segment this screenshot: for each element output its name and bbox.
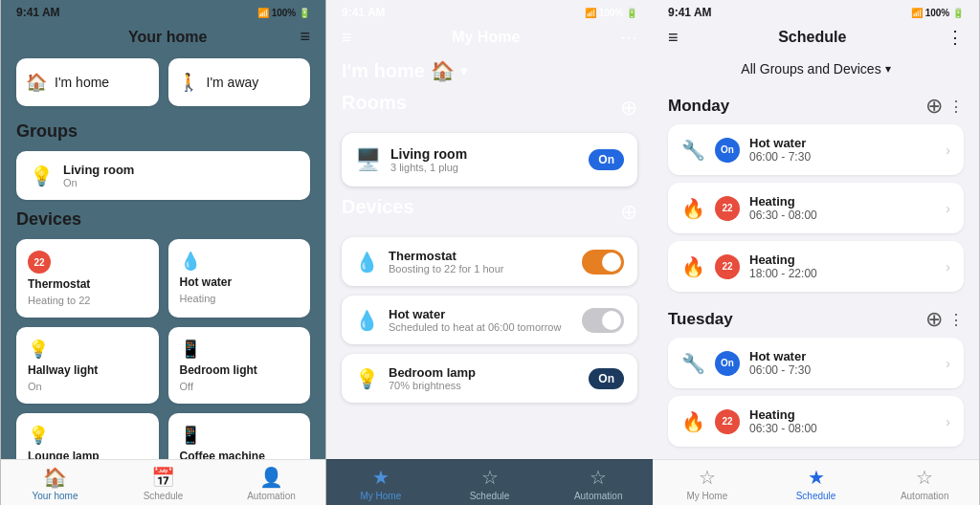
room-sub: 3 lights, 1 plug xyxy=(390,162,467,173)
status-bar-2: 9:41 AM 📶 100% 🔋 xyxy=(326,0,653,21)
lounge-lamp-name: Lounge lamp xyxy=(28,450,147,459)
sched-heating-tue[interactable]: 🔥 22 Heating 06:30 - 08:00 › xyxy=(668,396,964,447)
filter-label: All Groups and Devices xyxy=(741,61,880,77)
top-nav-1: Your home ≡ xyxy=(1,21,325,55)
star-icon-automation-2: ☆ xyxy=(590,466,607,489)
hot-water-toggle[interactable] xyxy=(582,308,624,333)
device-lounge-lamp[interactable]: 💡 Lounge lamp Off xyxy=(16,413,159,459)
monday-header: Monday ⊕ ⋮ xyxy=(668,86,964,124)
im-away-button[interactable]: 🚶 I'm away xyxy=(168,58,311,106)
hot-water-icon-2: 💧 xyxy=(355,309,379,332)
hamburger-icon-3[interactable]: ≡ xyxy=(668,28,679,48)
sched-hot-water-mon[interactable]: 🔧 On Hot water 06:00 - 7:30 › xyxy=(668,124,964,175)
tab-automation-1[interactable]: 👤 Automation xyxy=(217,466,325,501)
schedule-tab-label-3: Schedule xyxy=(796,491,836,501)
thermostat-toggle[interactable] xyxy=(582,250,624,274)
hallway-light-name: Hallway light xyxy=(28,363,147,377)
thermostat-icon-2: 💧 xyxy=(355,251,379,274)
flame-icon-2: 🔥 xyxy=(681,255,705,278)
panel2-scroll: Rooms ⊕ 🖥️ Living room 3 lights, 1 plug … xyxy=(326,92,653,459)
tab-my-home-3[interactable]: ☆ My Home xyxy=(653,466,762,501)
device-row-hot-water[interactable]: 💧 Hot water Scheduled to heat at 06:00 t… xyxy=(342,296,637,344)
flame-icon-1: 🔥 xyxy=(681,197,705,220)
filter-button[interactable]: All Groups and Devices ▾ xyxy=(741,61,890,77)
add-device-button[interactable]: ⊕ xyxy=(620,200,637,225)
automation-tab-icon-1: 👤 xyxy=(259,466,283,489)
tuesday-dots-icon[interactable]: ⋮ xyxy=(948,311,964,329)
thermostat-name-2: Thermostat xyxy=(389,249,503,263)
star-icon-schedule-3: ★ xyxy=(808,466,825,489)
bedroom-lamp-on-badge: On xyxy=(589,368,624,389)
bulb-icon: 💡 xyxy=(30,165,54,187)
tab-schedule-1[interactable]: 📅 Schedule xyxy=(109,466,217,501)
hamburger-icon-1[interactable]: ≡ xyxy=(300,27,310,47)
devices-title-2: Devices xyxy=(342,196,414,218)
panel1-title: Your home xyxy=(128,29,207,46)
tab-automation-3[interactable]: ☆ Automation xyxy=(870,466,979,501)
tuesday-header: Tuesday ⊕ ⋮ xyxy=(668,299,964,338)
bedroom-light-status: Off xyxy=(180,381,300,392)
top-nav-3: ≡ Schedule ⋮ xyxy=(653,21,979,55)
hot-water-badge-mon: On xyxy=(715,138,740,163)
sched-heating-2-mon[interactable]: 🔥 22 Heating 18:00 - 22:00 › xyxy=(668,241,964,292)
panel3-title: Schedule xyxy=(778,29,846,46)
room-living-room[interactable]: 🖥️ Living room 3 lights, 1 plug On xyxy=(342,133,637,187)
tab-schedule-3[interactable]: ★ Schedule xyxy=(762,466,871,501)
tab-bar-2: ★ My Home ☆ Schedule ☆ Automation xyxy=(326,459,653,505)
add-monday-button[interactable]: ⊕ xyxy=(925,94,943,119)
thermostat-badge: 22 xyxy=(28,251,51,274)
time-2: 9:41 AM xyxy=(342,6,386,19)
status-icons-1: 📶 100% 🔋 xyxy=(257,8,310,18)
heating-sched-time-2: 18:00 - 22:00 xyxy=(749,267,817,280)
home-chevron-icon[interactable]: ▾ xyxy=(460,63,467,78)
im-home-button[interactable]: 🏠 I'm home xyxy=(16,58,159,106)
tab-my-home-2[interactable]: ★ My Home xyxy=(326,466,435,501)
sched-heating-1-mon[interactable]: 🔥 22 Heating 06:30 - 08:00 › xyxy=(668,183,964,233)
water-drop-icon: 💧 xyxy=(180,251,201,272)
monday-dots-icon[interactable]: ⋮ xyxy=(948,98,964,116)
star-icon-myhome-3: ☆ xyxy=(699,466,716,489)
tab-your-home[interactable]: 🏠 Your home xyxy=(1,466,109,501)
device-row-thermostat[interactable]: 💧 Thermostat Boosting to 22 for 1 hour xyxy=(342,237,637,286)
group-name: Living room xyxy=(63,163,134,177)
bedroom-light-name: Bedroom light xyxy=(180,363,300,377)
heating-sched-name-2: Heating xyxy=(749,252,817,267)
device-row-bedroom-lamp[interactable]: 💡 Bedroom lamp 70% brightness On xyxy=(342,354,637,403)
group-living-room[interactable]: 💡 Living room On xyxy=(16,151,310,200)
chevron-right-icon-4: › xyxy=(946,356,950,371)
hamburger-icon-2[interactable]: ≡ xyxy=(342,28,352,48)
my-home-tab-label-3: My Home xyxy=(686,491,727,501)
status-icons-2: 📶 100% 🔋 xyxy=(585,8,637,18)
dots-icon-2[interactable]: ⋯ xyxy=(620,27,637,48)
hot-water-sched-name-mon: Hot water xyxy=(749,136,811,150)
status-bar-3: 9:41 AM 📶 100% 🔋 xyxy=(653,0,979,21)
device-coffee-machine[interactable]: 📱 Coffee machine Off xyxy=(168,413,311,459)
lamp-icon-2: 💡 xyxy=(355,367,379,390)
add-tuesday-button[interactable]: ⊕ xyxy=(925,307,943,332)
schedule-tab-label-1: Schedule xyxy=(144,491,184,501)
thermostat-name: Thermostat xyxy=(28,277,147,291)
sched-hot-water-tue[interactable]: 🔧 On Hot water 06:00 - 7:30 › xyxy=(668,338,964,388)
bedroom-lamp-name-2: Bedroom lamp xyxy=(389,365,476,380)
heating-sched-name-1: Heating xyxy=(749,194,817,209)
device-hallway-light[interactable]: 💡 Hallway light On xyxy=(16,327,159,404)
filter-row: All Groups and Devices ▾ xyxy=(653,55,979,86)
dots-icon-3[interactable]: ⋮ xyxy=(947,27,964,48)
devices-grid: 22 Thermostat Heating to 22 💧 Hot water … xyxy=(16,239,310,459)
tab-schedule-2[interactable]: ☆ Schedule xyxy=(435,466,545,501)
heating-badge-1: 22 xyxy=(715,196,740,221)
bulb-icon-hallway: 💡 xyxy=(28,339,49,360)
device-hot-water[interactable]: 💧 Hot water Heating xyxy=(168,239,311,318)
thermostat-status: Heating to 22 xyxy=(28,295,147,306)
hot-water-badge-tue: On xyxy=(715,351,740,376)
im-home-label: I'm home xyxy=(55,75,109,90)
add-room-button[interactable]: ⊕ xyxy=(620,96,637,121)
hot-water-sub-2: Scheduled to heat at 06:00 tomorrow xyxy=(389,321,561,333)
hot-water-name: Hot water xyxy=(180,275,300,289)
tab-automation-2[interactable]: ☆ Automation xyxy=(544,466,653,501)
panel-your-home: 9:41 AM 📶 100% 🔋 Your home ≡ 🏠 I'm home … xyxy=(0,0,326,505)
device-bedroom-light[interactable]: 📱 Bedroom light Off xyxy=(168,327,311,404)
hot-water-name-2: Hot water xyxy=(389,307,561,321)
heating-badge-2: 22 xyxy=(715,254,740,279)
device-thermostat[interactable]: 22 Thermostat Heating to 22 xyxy=(16,239,159,318)
